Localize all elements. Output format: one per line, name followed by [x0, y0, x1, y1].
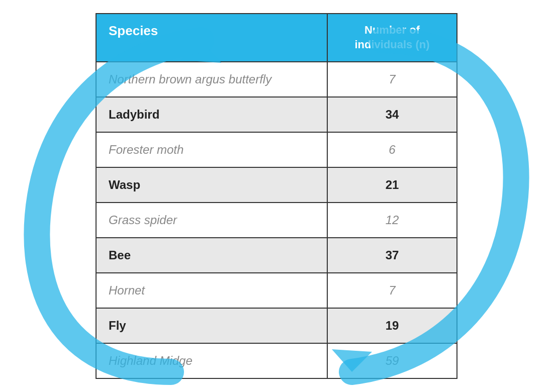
- species-cell: Wasp: [97, 168, 328, 202]
- species-cell: Bee: [97, 238, 328, 272]
- count-cell: 37: [328, 238, 456, 272]
- species-cell: Grass spider: [97, 203, 328, 237]
- table-row: Ladybird34: [97, 96, 456, 132]
- table-row: Forester moth6: [97, 132, 456, 167]
- species-cell: Ladybird: [97, 97, 328, 132]
- table-row: Wasp21: [97, 167, 456, 202]
- count-cell: 7: [328, 62, 456, 96]
- species-cell: Forester moth: [97, 133, 328, 167]
- table-row: Bee37: [97, 237, 456, 272]
- count-cell: 59: [328, 344, 456, 378]
- species-cell: Fly: [97, 309, 328, 343]
- data-table: Species Number ofindividuals (n) Norther…: [96, 13, 457, 378]
- count-cell: 6: [328, 133, 456, 167]
- table-row: Highland Midge59: [97, 343, 456, 378]
- species-cell: Highland Midge: [97, 344, 328, 378]
- table-body: Northern brown argus butterfly7Ladybird3…: [97, 61, 456, 378]
- count-cell: 19: [328, 309, 456, 343]
- table-row: Northern brown argus butterfly7: [97, 61, 456, 96]
- count-cell: 12: [328, 203, 456, 237]
- table-row: Hornet7: [97, 272, 456, 308]
- table-header: Species Number ofindividuals (n): [97, 14, 456, 61]
- species-cell: Hornet: [97, 273, 328, 308]
- species-header-label: Species: [109, 23, 158, 38]
- count-cell: 7: [328, 273, 456, 308]
- count-cell: 34: [328, 97, 456, 132]
- table-row: Grass spider12: [97, 202, 456, 237]
- count-column-header: Number ofindividuals (n): [328, 14, 456, 61]
- table-row: Fly19: [97, 308, 456, 343]
- count-cell: 21: [328, 168, 456, 202]
- species-column-header: Species: [97, 14, 328, 61]
- species-cell: Northern brown argus butterfly: [97, 62, 328, 96]
